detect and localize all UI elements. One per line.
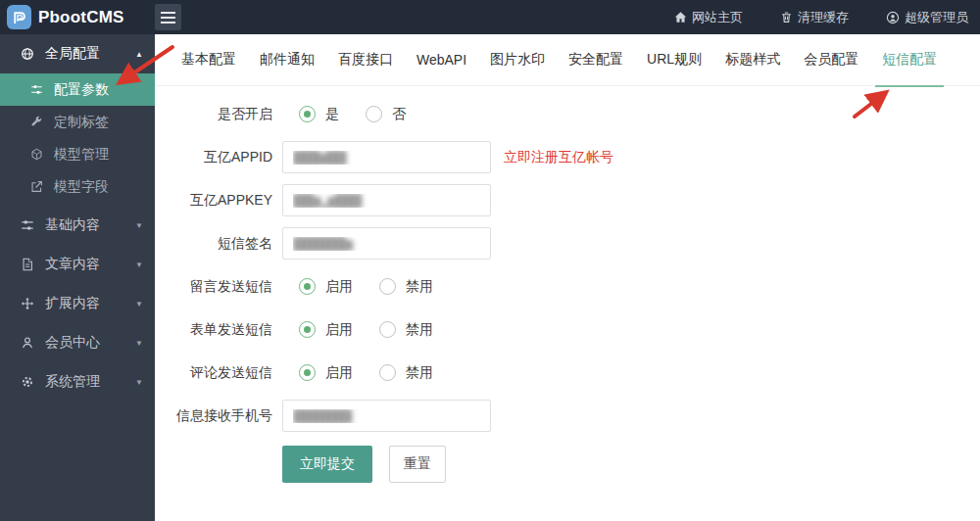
radio-icon [379, 278, 396, 295]
sidebar-item-label: 定制标签 [54, 114, 109, 131]
receive-phone-input[interactable] [282, 400, 491, 432]
sidebar-item-article-content[interactable]: 文章内容 ▼ [0, 245, 155, 284]
comment-sms-radio-group: 启用 禁用 [282, 364, 460, 382]
topbar: PbootCMS 网站主页 清理缓存 超级管理员 [0, 0, 980, 34]
sidebar-item-global-config[interactable]: 全局配置 ▲ [0, 34, 155, 73]
appid-row: 互亿APPID 立即注册互亿帐号 [155, 141, 980, 173]
appkey-row: 互亿APPKEY [155, 184, 980, 216]
sidebar-item-label: 文章内容 [45, 256, 100, 273]
trash-icon [780, 11, 793, 24]
admin-account-link[interactable]: 超级管理员 [886, 9, 968, 26]
sidebar-item-label: 扩展内容 [45, 295, 100, 312]
field-label: 信息接收手机号 [155, 407, 272, 425]
tab-sms-config[interactable]: 短信配置 [870, 34, 949, 86]
radio-label: 禁用 [406, 364, 433, 382]
radio-label: 否 [392, 106, 406, 123]
edit-square-icon [29, 180, 44, 193]
tab-url-rules[interactable]: URL规则 [635, 34, 713, 86]
cube-icon [29, 148, 44, 161]
reset-button[interactable]: 重置 [389, 446, 446, 483]
chevron-down-icon: ▼ [135, 260, 143, 269]
sms-config-form: 是否开启 是 否 互亿APPID 立即注册互亿帐号 互亿APPKEY 短信 [155, 86, 980, 483]
expand-arrows-icon [20, 297, 34, 310]
wrench-icon [29, 116, 44, 128]
main-content: 基本配置 邮件通知 百度接口 WebAPI 图片水印 安全配置 URL规则 标题… [155, 34, 980, 521]
sidebar-item-label: 模型字段 [54, 178, 109, 196]
tab-webapi[interactable]: WebAPI [405, 34, 478, 86]
clear-cache-label: 清理缓存 [798, 9, 849, 26]
appid-input[interactable] [282, 141, 491, 173]
field-label: 评论发送短信 [155, 364, 272, 382]
submit-button[interactable]: 立即提交 [282, 446, 372, 483]
register-account-link[interactable]: 立即注册互亿帐号 [504, 149, 613, 166]
radio-option-disable[interactable]: 禁用 [379, 321, 433, 339]
sidebar-item-label: 系统管理 [45, 373, 100, 391]
field-label: 是否开启 [155, 106, 272, 123]
sidebar-item-system-manage[interactable]: 系统管理 ▼ [0, 362, 155, 402]
home-icon [674, 11, 687, 24]
radio-option-enable[interactable]: 启用 [299, 364, 353, 382]
tab-title-style[interactable]: 标题样式 [713, 34, 792, 86]
field-label: 互亿APPKEY [155, 192, 272, 210]
sidebar-item-custom-tags[interactable]: 定制标签 [0, 106, 155, 138]
sidebar-item-extend-content[interactable]: 扩展内容 ▼ [0, 284, 155, 323]
brand: PbootCMS [0, 5, 155, 29]
radio-option-yes[interactable]: 是 [299, 106, 339, 123]
chevron-down-icon: ▼ [135, 300, 143, 308]
radio-icon [366, 106, 382, 122]
radio-icon [299, 278, 316, 295]
message-sms-radio-group: 启用 禁用 [282, 278, 460, 296]
field-label: 短信签名 [155, 235, 272, 253]
radio-icon [379, 321, 396, 338]
brand-name: PbootCMS [38, 8, 124, 27]
tab-member-config[interactable]: 会员配置 [792, 34, 870, 86]
radio-icon [379, 364, 396, 381]
radio-option-no[interactable]: 否 [366, 106, 406, 123]
tab-baidu-api[interactable]: 百度接口 [326, 34, 405, 86]
sms-sign-input[interactable] [282, 227, 491, 260]
tab-image-watermark[interactable]: 图片水印 [478, 34, 557, 86]
clear-cache-link[interactable]: 清理缓存 [780, 9, 849, 26]
sidebar-item-model-fields[interactable]: 模型字段 [0, 170, 155, 203]
sidebar-item-member-center[interactable]: 会员中心 ▼ [0, 323, 155, 362]
site-home-label: 网站主页 [692, 9, 743, 26]
phone-row: 信息接收手机号 [155, 400, 980, 432]
radio-option-enable[interactable]: 启用 [299, 321, 353, 339]
chevron-down-icon: ▼ [135, 378, 143, 387]
sidebar-item-basic-content[interactable]: 基础内容 ▼ [0, 206, 155, 245]
radio-label: 启用 [325, 364, 353, 382]
chevron-down-icon: ▼ [135, 221, 143, 230]
document-icon [20, 258, 34, 271]
radio-label: 禁用 [406, 321, 433, 339]
menu-toggle-button[interactable] [155, 4, 181, 30]
sidebar-item-label: 模型管理 [54, 146, 109, 164]
radio-option-disable[interactable]: 禁用 [379, 364, 433, 382]
chevron-down-icon: ▼ [135, 339, 143, 348]
sms-sign-row: 短信签名 [155, 227, 980, 260]
gear-icon [20, 375, 34, 389]
site-home-link[interactable]: 网站主页 [674, 9, 743, 26]
radio-option-enable[interactable]: 启用 [299, 278, 353, 296]
tab-basic-config[interactable]: 基本配置 [170, 34, 248, 86]
radio-label: 是 [325, 106, 339, 123]
tab-security-config[interactable]: 安全配置 [557, 34, 635, 86]
sidebar-item-label: 全局配置 [45, 45, 100, 63]
sliders-icon [20, 218, 34, 232]
form-sms-radio-group: 启用 禁用 [282, 321, 460, 339]
settings-tabs: 基本配置 邮件通知 百度接口 WebAPI 图片水印 安全配置 URL规则 标题… [155, 34, 980, 86]
sidebar-item-label: 基础内容 [45, 216, 100, 234]
sidebar-item-label: 配置参数 [54, 81, 109, 99]
appkey-input[interactable] [282, 184, 491, 216]
pbootcms-logo-icon [7, 5, 31, 29]
sidebar-item-config-params[interactable]: 配置参数 [0, 73, 155, 106]
comment-sms-row: 评论发送短信 启用 禁用 [155, 356, 980, 389]
field-label: 互亿APPID [155, 149, 272, 166]
chevron-up-icon: ▲ [135, 50, 143, 59]
field-label: 表单发送短信 [155, 321, 272, 339]
tab-mail-notice[interactable]: 邮件通知 [248, 34, 326, 86]
radio-icon [299, 364, 316, 381]
radio-option-disable[interactable]: 禁用 [379, 278, 433, 296]
sidebar-item-model-manage[interactable]: 模型管理 [0, 138, 155, 170]
radio-label: 禁用 [406, 278, 433, 296]
sliders-icon [29, 83, 44, 96]
